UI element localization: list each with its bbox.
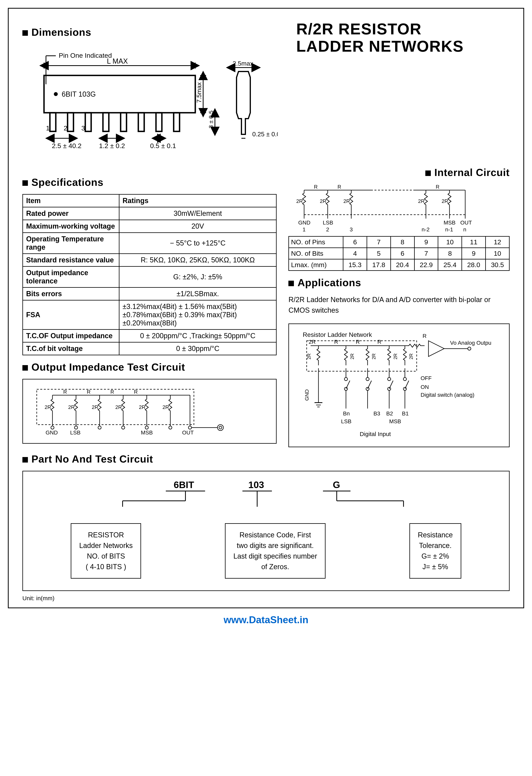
footer-link[interactable]: www.DataSheet.in [8, 614, 524, 625]
svg-text:2R: 2R [92, 404, 98, 410]
svg-text:R: R [422, 333, 426, 339]
svg-text:GND: GND [298, 220, 310, 226]
svg-rect-14 [174, 113, 180, 132]
internal-circuit-heading: Internal Circuit [289, 167, 510, 178]
svg-text:n-2: n-2 [421, 226, 429, 232]
svg-text:2R: 2R [343, 198, 350, 204]
svg-point-47 [74, 426, 77, 429]
datasheet-page: Dimensions Pin One Indicated [8, 8, 524, 608]
svg-text:GND: GND [45, 429, 58, 436]
svg-line-126 [368, 381, 371, 389]
partno-diagram: 6BIT 103 G RESISTOR Ladder Networks NO. … [22, 471, 510, 591]
partno-heading: Part No And Test Circuit [22, 453, 510, 465]
svg-text:R: R [338, 184, 341, 190]
svg-text:2R: 2R [309, 339, 316, 345]
svg-text:MSB: MSB [444, 220, 456, 226]
spec-header-ratings: Ratings [119, 194, 277, 207]
svg-point-101 [468, 347, 471, 350]
svg-line-127 [389, 381, 393, 389]
applications-text: R/2R Ladder Networks for D/A and A/D con… [289, 295, 510, 316]
svg-text:2R: 2R [45, 404, 51, 410]
svg-text:R: R [87, 389, 91, 395]
svg-text:Resistor Ladder Network: Resistor Ladder Network [303, 331, 372, 338]
svg-text:2.5max: 2.5max [232, 60, 253, 67]
svg-text:R: R [63, 389, 67, 395]
title-line1: R/2R RESISTOR [296, 20, 421, 38]
svg-text:2R: 2R [139, 404, 145, 410]
svg-rect-11 [121, 113, 127, 132]
svg-line-125 [346, 381, 350, 389]
svg-text:1.2 ± 0.2: 1.2 ± 0.2 [99, 142, 125, 150]
output-impedance-test-diagram: 2R 2R 2R 2R 2R 2R R R R R [22, 379, 277, 444]
svg-text:B2: B2 [386, 410, 393, 417]
svg-text:MSB: MSB [141, 429, 153, 436]
svg-text:1: 1 [46, 124, 50, 132]
svg-rect-12 [138, 113, 144, 132]
svg-text:OFF: OFF [420, 375, 431, 381]
svg-text:3 ± 0.5: 3 ± 0.5 [208, 111, 214, 129]
svg-text:2R: 2R [371, 353, 376, 359]
svg-text:R: R [377, 339, 381, 345]
svg-point-6 [54, 92, 58, 96]
svg-text:2R: 2R [393, 353, 398, 359]
svg-text:ON: ON [420, 384, 429, 390]
svg-point-52 [188, 426, 192, 429]
svg-text:2: 2 [326, 226, 329, 232]
svg-text:OUT: OUT [182, 429, 194, 436]
partno-box-code: Resistance Code, First two digits are si… [225, 523, 326, 579]
svg-point-117 [388, 378, 391, 381]
svg-text:2R: 2R [296, 198, 303, 204]
svg-text:2: 2 [64, 124, 67, 132]
pins-table: NO. of Pins 67 89 1011 12 NO. of Bits 45… [289, 236, 510, 271]
svg-rect-8 [67, 113, 73, 132]
svg-text:Digital switch (analog): Digital switch (analog) [420, 392, 475, 398]
svg-text:2R: 2R [418, 198, 424, 204]
svg-point-49 [122, 426, 125, 429]
svg-text:LSB: LSB [341, 418, 351, 424]
svg-text:B3: B3 [373, 410, 380, 417]
internal-circuit-diagram: R R R 2R 2R 2R 2R 2R GND LSB MSB OUT 1 [289, 184, 495, 235]
specifications-heading: Specifications [22, 176, 277, 188]
application-diagram: Resistor Ladder Network R Vo Analog Outp… [289, 324, 510, 447]
dimensions-label: Dimensions [31, 26, 92, 38]
svg-text:G: G [333, 479, 340, 490]
svg-rect-10 [103, 113, 109, 132]
svg-rect-7 [50, 113, 56, 132]
svg-text:MSB: MSB [389, 418, 401, 424]
svg-text:3: 3 [350, 226, 353, 232]
svg-text:0.25 ± 0.05: 0.25 ± 0.05 [252, 131, 278, 138]
spec-header-item: Item [23, 194, 119, 207]
lmax-label: L MAX [107, 57, 128, 65]
svg-text:Vo Analog Output: Vo Analog Output [450, 340, 491, 346]
svg-text:GND: GND [304, 389, 310, 401]
svg-point-48 [98, 426, 101, 429]
svg-text:R: R [436, 184, 439, 190]
pin-one-label: Pin One Indicated [59, 52, 112, 59]
svg-text:2R: 2R [408, 353, 414, 359]
svg-text:LSB: LSB [70, 429, 80, 436]
svg-text:B1: B1 [402, 410, 409, 417]
svg-text:0.5 ± 0.1: 0.5 ± 0.1 [150, 142, 176, 150]
svg-rect-112 [307, 341, 417, 371]
svg-text:2R: 2R [320, 198, 326, 204]
svg-point-50 [145, 426, 148, 429]
output-test-heading: Output Impedance Test Circuit [22, 361, 277, 373]
applications-heading: Applications [289, 277, 510, 288]
svg-text:n-1: n-1 [445, 226, 453, 232]
svg-rect-13 [156, 113, 162, 132]
svg-text:1: 1 [303, 226, 306, 232]
specifications-table: Item Ratings Rated power30mW/Element Max… [22, 194, 277, 355]
svg-line-128 [405, 381, 409, 389]
svg-text:2.5 ± 40.2: 2.5 ± 40.2 [52, 142, 81, 150]
partno-box-bits: RESISTOR Ladder Networks NO. of BITS ( 4… [71, 523, 141, 579]
svg-text:2R: 2R [162, 404, 169, 410]
svg-text:2R: 2R [68, 404, 75, 410]
svg-text:n: n [463, 226, 467, 232]
partno-box-tolerance: Resistance Tolerance. G= ± 2% J= ± 5% [409, 523, 461, 579]
svg-text:Digital Input: Digital Input [360, 431, 391, 437]
marking-label: 6BIT 103G [62, 90, 96, 98]
svg-rect-9 [85, 113, 91, 132]
svg-point-62 [217, 425, 223, 430]
svg-text:3: 3 [81, 124, 85, 132]
svg-text:103: 103 [248, 479, 264, 490]
